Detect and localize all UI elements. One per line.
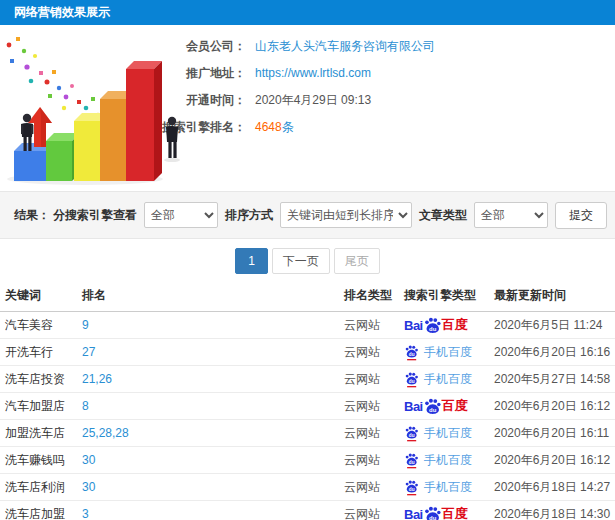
baidu-paw-icon: du: [423, 316, 442, 335]
keyword-cell: 汽车加盟店: [0, 398, 82, 415]
header-bar: 网络营销效果展示: [0, 0, 615, 25]
last-page-button[interactable]: 尾页: [334, 248, 380, 274]
baidu-logo-cn-text: 百度: [442, 397, 468, 415]
results-table: 关键词 排名 排名类型 搜索引擎类型 最新更新时间 汽车美容 9 云网站 Bai…: [0, 281, 615, 520]
baidu-logo-bai-text: Bai: [404, 318, 423, 333]
page-1-button[interactable]: 1: [235, 248, 268, 274]
svg-text:du: du: [429, 514, 437, 520]
article-type-select[interactable]: 全部: [474, 202, 548, 228]
mobile-baidu-label: 手机百度: [424, 479, 472, 496]
table-row: 洗车店利润 30 云网站 Bai du 百度: [0, 474, 615, 501]
sort-filter-select[interactable]: 关键词由短到长排序: [280, 202, 412, 228]
svg-text:du: du: [429, 406, 437, 412]
baidu-logo-cn-text: 百度: [442, 316, 468, 334]
rank-cell[interactable]: 30: [82, 480, 344, 494]
updated-time-cell: 2020年6月18日 14:27: [494, 479, 615, 496]
rank-type-cell: 云网站: [344, 479, 404, 496]
filter-controls: 分搜索引擎查看 全部 排序方式 关键词由短到长排序 文章类型 全部 提交: [53, 202, 607, 229]
engine-type-cell: Bai du 百度 du 手机百度: [404, 452, 494, 469]
baidu-logo: Bai du 百度: [404, 505, 468, 520]
rank-cell[interactable]: 3: [82, 507, 344, 520]
engine-type-cell: Bai du 百度 du 手机百度: [404, 397, 494, 416]
updated-time-cell: 2020年6月20日 16:16: [494, 344, 615, 361]
keyword-cell: 汽车美容: [0, 317, 82, 334]
mobile-baidu-paw-icon: du: [404, 344, 419, 361]
header-updated-time: 最新更新时间: [494, 287, 615, 304]
article-type-label: 文章类型: [419, 207, 467, 224]
mobile-baidu-logo: du 手机百度: [404, 479, 472, 496]
rank-type-cell: 云网站: [344, 398, 404, 415]
rank-cell[interactable]: 9: [82, 318, 344, 332]
next-page-button[interactable]: 下一页: [272, 248, 330, 274]
engine-rank-count: 4648: [255, 120, 282, 134]
table-body: 汽车美容 9 云网站 Bai du 百度: [0, 312, 615, 520]
svg-text:du: du: [429, 325, 437, 331]
svg-text:du: du: [409, 378, 415, 383]
rank-cell[interactable]: 25,28,28: [82, 426, 344, 440]
engine-type-cell: Bai du 百度 du 手机百度: [404, 371, 494, 388]
mobile-baidu-paw-icon: du: [404, 425, 419, 442]
mobile-baidu-logo: du 手机百度: [404, 452, 472, 469]
company-link[interactable]: 山东老人头汽车服务咨询有限公司: [255, 38, 435, 54]
engine-filter-select[interactable]: 全部: [144, 202, 218, 228]
svg-text:du: du: [409, 486, 415, 491]
bar-red: [126, 61, 162, 181]
engine-type-cell: Bai du 百度 du 手机百度: [404, 505, 494, 520]
rank-type-cell: 云网站: [344, 425, 404, 442]
svg-text:du: du: [409, 432, 415, 437]
sort-filter-label: 排序方式: [225, 207, 273, 224]
engine-rank-unit: 条: [282, 120, 294, 134]
baidu-logo-bai-text: Bai: [404, 507, 423, 520]
filter-bar: 结果： 分搜索引擎查看 全部 排序方式 关键词由短到长排序 文章类型 全部 提交: [0, 191, 615, 239]
info-section: 会员公司： 山东老人头汽车服务咨询有限公司 推广地址： https://www.…: [0, 25, 615, 191]
submit-button[interactable]: 提交: [555, 202, 607, 229]
updated-time-cell: 2020年6月18日 14:30: [494, 506, 615, 520]
baidu-paw-icon: du: [423, 397, 442, 416]
header-keyword: 关键词: [0, 287, 82, 304]
table-row: 洗车店投资 21,26 云网站 Bai du 百度: [0, 366, 615, 393]
table-row: 洗车店加盟 3 云网站 Bai du 百度: [0, 501, 615, 520]
rank-cell[interactable]: 21,26: [82, 372, 344, 386]
rank-type-cell: 云网站: [344, 452, 404, 469]
rank-cell[interactable]: 8: [82, 399, 344, 413]
table-row: 开洗车行 27 云网站 Bai du 百度: [0, 339, 615, 366]
mobile-baidu-label: 手机百度: [424, 371, 472, 388]
mobile-baidu-paw-icon: du: [404, 479, 419, 496]
engine-rank-value: 4648条: [255, 119, 294, 135]
keyword-cell: 洗车店投资: [0, 371, 82, 388]
rank-type-cell: 云网站: [344, 344, 404, 361]
mobile-baidu-paw-icon: du: [404, 371, 419, 388]
engine-type-cell: Bai du 百度 du 手机百度: [404, 344, 494, 361]
updated-time-cell: 2020年6月5日 11:24: [494, 317, 615, 334]
updated-time-cell: 2020年6月20日 16:12: [494, 452, 615, 469]
engine-filter-label: 分搜索引擎查看: [53, 207, 137, 224]
result-label: 结果：: [14, 207, 50, 224]
mobile-baidu-label: 手机百度: [424, 425, 472, 442]
updated-time-cell: 2020年6月20日 16:12: [494, 398, 615, 415]
rank-type-cell: 云网站: [344, 371, 404, 388]
header-rank-type: 排名类型: [344, 287, 404, 304]
header-rank: 排名: [82, 287, 344, 304]
rank-type-cell: 云网站: [344, 506, 404, 520]
mobile-baidu-paw-icon: du: [404, 452, 419, 469]
bar-chart-illustration: [0, 29, 185, 187]
businessman-right: [164, 117, 180, 162]
rank-cell[interactable]: 27: [82, 345, 344, 359]
rank-cell[interactable]: 30: [82, 453, 344, 467]
table-row: 汽车美容 9 云网站 Bai du 百度: [0, 312, 615, 339]
table-row: 汽车加盟店 8 云网站 Bai du 百度: [0, 393, 615, 420]
mobile-baidu-label: 手机百度: [424, 344, 472, 361]
keyword-cell: 洗车店加盟: [0, 506, 82, 520]
mobile-baidu-label: 手机百度: [424, 452, 472, 469]
promo-url-link[interactable]: https://www.lrtlsd.com: [255, 65, 371, 81]
baidu-logo: Bai du 百度: [404, 397, 468, 416]
engine-type-cell: Bai du 百度 du 手机百度: [404, 425, 494, 442]
baidu-logo: Bai du 百度: [404, 316, 468, 335]
baidu-paw-icon: du: [423, 505, 442, 520]
header-engine-type: 搜索引擎类型: [404, 287, 494, 304]
mobile-baidu-logo: du 手机百度: [404, 344, 472, 361]
confetti-dots: [7, 37, 108, 123]
svg-text:du: du: [409, 351, 415, 356]
mobile-baidu-logo: du 手机百度: [404, 425, 472, 442]
keyword-cell: 加盟洗车店: [0, 425, 82, 442]
